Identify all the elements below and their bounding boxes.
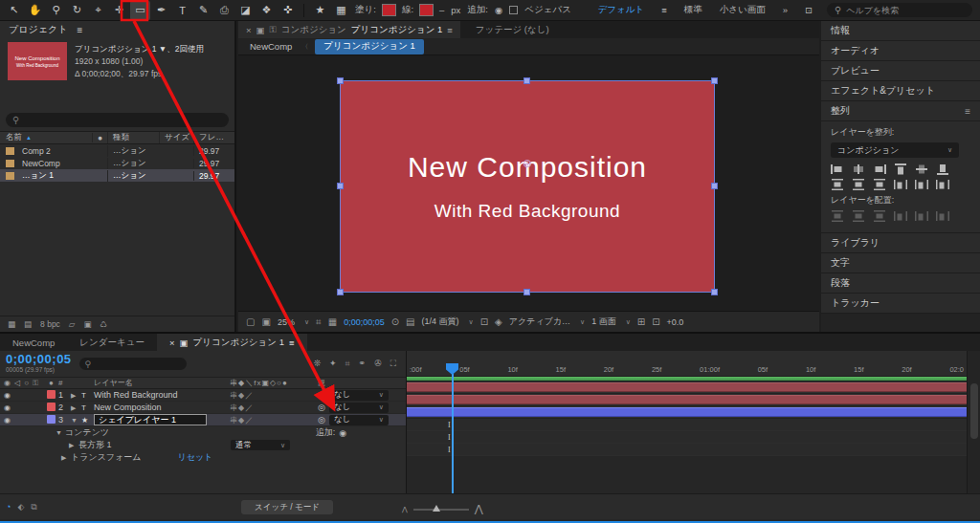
- type-tool[interactable]: T: [172, 1, 192, 20]
- orbit-tool[interactable]: ↻: [67, 1, 87, 20]
- scrollbar-thumb[interactable]: [970, 383, 978, 439]
- panel-tab-info[interactable]: 情報: [821, 21, 980, 41]
- trash-icon[interactable]: ♺: [100, 319, 107, 329]
- arrange-icon-3[interactable]: [873, 210, 886, 222]
- switches-column[interactable]: 串◆＼fx▣◇○●: [230, 378, 314, 388]
- bit-depth-label[interactable]: 8 bpc: [40, 319, 60, 329]
- distribute-right-icon[interactable]: [936, 179, 949, 190]
- align-vertical-center-icon[interactable]: [915, 163, 928, 175]
- region-of-interest-icon[interactable]: ⊡: [480, 316, 488, 327]
- motion-blur-icon[interactable]: ✇: [374, 359, 382, 369]
- close-icon[interactable]: ×: [169, 338, 175, 348]
- add-button-icon[interactable]: ◉: [339, 428, 346, 438]
- panel-tab-character[interactable]: 文字: [821, 253, 980, 273]
- align-target-dropdown[interactable]: コンポジション ∨: [831, 142, 959, 158]
- selection-tool[interactable]: ↖: [4, 1, 24, 20]
- arrange-icon-4[interactable]: [894, 210, 907, 222]
- column-name[interactable]: 名前: [6, 132, 22, 143]
- timeline-scrollbar[interactable]: [967, 351, 980, 493]
- contents-label[interactable]: コンテンツ: [65, 426, 109, 439]
- selection-handle-nw[interactable]: [337, 77, 344, 84]
- workspace-standard[interactable]: 標準: [684, 4, 702, 16]
- fast-previews-icon[interactable]: ⊡: [652, 316, 659, 327]
- project-table-header[interactable]: 名前 ▲ ● 種類 サイズ フレ…: [0, 131, 234, 144]
- camera-dropdown-icon[interactable]: ∨: [580, 318, 585, 326]
- align-left-icon[interactable]: [831, 163, 844, 175]
- zoom-slider-thumb[interactable]: [433, 505, 440, 512]
- column-label[interactable]: ●: [92, 133, 107, 142]
- eye-icon[interactable]: ◉: [4, 403, 11, 412]
- layer-switches[interactable]: 串◆／: [230, 390, 314, 401]
- pickwhip-icon[interactable]: ◎: [318, 403, 325, 412]
- proxy-icon[interactable]: ▤: [24, 319, 32, 329]
- project-empty-area[interactable]: [0, 182, 234, 316]
- safe-area-icon[interactable]: ⌗: [316, 316, 322, 328]
- star-toggle-icon[interactable]: ★: [310, 1, 330, 20]
- label-color-chip[interactable]: [47, 403, 56, 411]
- zoom-tool[interactable]: ⚲: [46, 1, 66, 20]
- view-layout-label[interactable]: 1 画面: [591, 316, 616, 328]
- arrange-icon-2[interactable]: [852, 210, 865, 222]
- transform-track[interactable]: I: [407, 444, 967, 456]
- roto-brush-tool[interactable]: ❖: [256, 1, 277, 20]
- layer-bar-row-1[interactable]: [407, 381, 967, 394]
- viewer-lock-icon[interactable]: ⚿: [270, 24, 277, 35]
- rectangle-label[interactable]: 長方形 1: [78, 439, 112, 451]
- layer-duration-bar[interactable]: [407, 395, 967, 404]
- brush-tool[interactable]: ✎: [193, 1, 213, 20]
- help-search[interactable]: ⚲: [827, 3, 972, 17]
- panel-tab-align[interactable]: 整列 ≡: [821, 101, 980, 121]
- selection-handle-w[interactable]: [337, 183, 344, 189]
- selection-handle-se[interactable]: [711, 289, 718, 295]
- draft-3d-icon[interactable]: ✦: [329, 359, 337, 369]
- transform-label[interactable]: トランスフォーム: [71, 451, 141, 464]
- parent-dropdown[interactable]: なし∨: [329, 403, 389, 413]
- layer-name[interactable]: With Red Background: [94, 390, 230, 400]
- label-color-chip[interactable]: [47, 390, 56, 399]
- stroke-label[interactable]: 線:: [402, 4, 413, 16]
- pickwhip-icon[interactable]: ◎: [318, 415, 325, 425]
- column-type[interactable]: 種類: [107, 132, 159, 143]
- breadcrumb-current[interactable]: プリコンポジション 1: [315, 39, 423, 54]
- snapshot-icon[interactable]: ⊙: [391, 316, 399, 327]
- zoom-out-icon[interactable]: ⋀: [402, 506, 408, 513]
- column-size[interactable]: サイズ: [159, 132, 193, 143]
- distribute-bottom-icon[interactable]: [873, 179, 886, 190]
- label-color-chip[interactable]: [47, 415, 56, 424]
- reset-link[interactable]: リセット: [177, 451, 212, 464]
- pen-tool[interactable]: ✒: [151, 1, 171, 20]
- zoom-dropdown-icon[interactable]: ∨: [304, 318, 309, 326]
- panel-icon[interactable]: ⊡: [805, 5, 813, 15]
- expand-in-out-icon[interactable]: ⧉: [31, 502, 36, 512]
- layer-name-column[interactable]: レイヤー名: [94, 378, 230, 388]
- rectangle-property-row[interactable]: ▶ 長方形 1 通常 ∨: [0, 439, 406, 451]
- column-frame-rate[interactable]: フレ…: [193, 132, 234, 143]
- monitor-icon[interactable]: ▢: [246, 316, 255, 327]
- arrange-icon-6[interactable]: [936, 210, 949, 222]
- layer-row-1[interactable]: ◉ 1 ▶ T With Red Background 串◆／ ◎ なし∨: [0, 389, 406, 402]
- expander-icon[interactable]: ▶: [61, 454, 71, 462]
- align-top-icon[interactable]: [894, 163, 907, 175]
- timeline-tab-precomp[interactable]: × ▣ プリコンポジション 1 ≡: [157, 334, 307, 351]
- add-label[interactable]: 追加:: [316, 426, 336, 439]
- add-label[interactable]: 追加:: [467, 4, 488, 16]
- resolution-dropdown-icon[interactable]: ∨: [469, 318, 474, 326]
- panel-menu-icon[interactable]: ≡: [77, 25, 82, 35]
- expander-icon[interactable]: ▶: [69, 442, 78, 449]
- puppet-pin-tool[interactable]: ✜: [278, 1, 298, 20]
- layer-name[interactable]: New Composition: [94, 403, 230, 412]
- composition-mini-flowchart-icon[interactable]: ❊: [313, 359, 321, 369]
- rectangle-track[interactable]: I: [407, 431, 967, 444]
- panel-menu-icon[interactable]: ≡: [965, 106, 970, 117]
- close-icon[interactable]: ×: [246, 25, 252, 35]
- breadcrumb-parent[interactable]: NewComp: [250, 41, 292, 52]
- parent-column[interactable]: 親: [314, 378, 406, 388]
- layer-name-edit-box[interactable]: シェイプレイヤー 1: [94, 414, 207, 425]
- arrange-icon-1[interactable]: [831, 210, 844, 222]
- add-button-icon[interactable]: ◉: [495, 5, 502, 15]
- anchor-point-icon[interactable]: ⊕: [523, 157, 532, 170]
- expand-transfer-controls-icon[interactable]: ⬖: [17, 502, 24, 512]
- zoom-in-icon[interactable]: ⋀: [475, 503, 483, 515]
- align-bottom-icon[interactable]: [936, 163, 949, 175]
- timeline-graph[interactable]: :00f 05f 10f 15f 20f 25f 01:00f 05f 10f …: [407, 351, 980, 493]
